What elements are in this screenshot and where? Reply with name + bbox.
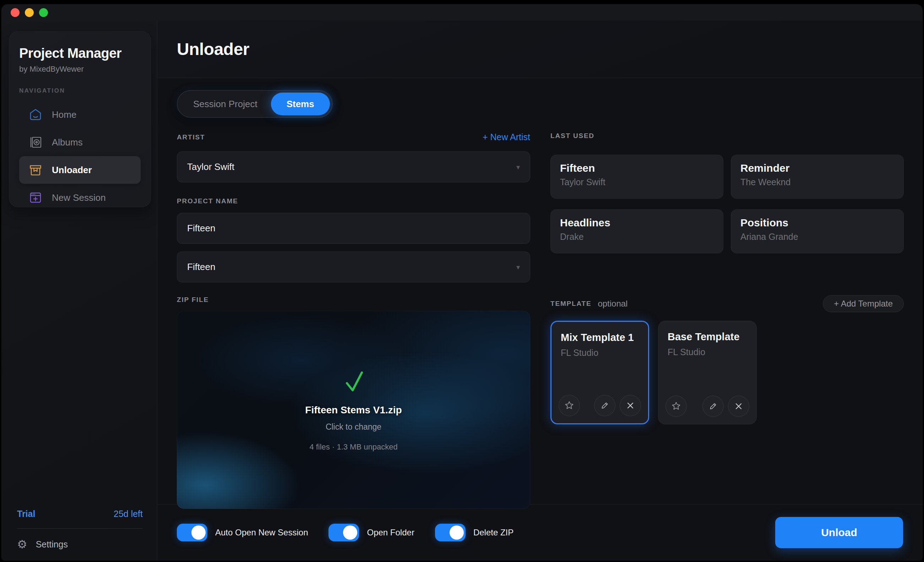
last-used-card[interactable]: Positions Ariana Grande xyxy=(731,209,904,253)
close-icon xyxy=(735,402,742,410)
new-window-icon xyxy=(28,191,43,204)
unload-button[interactable]: Unload xyxy=(775,517,903,548)
right-column: LAST USED Fifteen Taylor Swift Reminder … xyxy=(550,78,904,424)
template-label: TEMPLATE xyxy=(550,300,591,308)
nav-section-label: NAVIGATION xyxy=(19,87,141,94)
trial-status: Trial 25d left xyxy=(17,509,143,519)
sidebar-item-albums[interactable]: Albums xyxy=(19,129,141,156)
artist-value: Taylor Swift xyxy=(187,161,234,172)
nav-list: Home Albums xyxy=(19,101,141,211)
sidebar-item-label: Albums xyxy=(52,137,83,148)
open-folder-toggle[interactable] xyxy=(328,524,359,541)
sidebar: Project Manager by MixedByWewer NAVIGATI… xyxy=(2,21,158,561)
settings-button[interactable]: ⚙ Settings xyxy=(17,539,143,550)
page-title: Unloader xyxy=(177,39,249,59)
template-optional-label: optional xyxy=(598,299,627,309)
last-used-card[interactable]: Fifteen Taylor Swift xyxy=(550,155,723,199)
last-used-title: Headlines xyxy=(560,217,714,229)
sidebar-item-label: Unloader xyxy=(52,164,92,176)
toggle-label: Delete ZIP xyxy=(473,528,513,538)
footer-bar: Auto Open New Session Open Folder Delete… xyxy=(158,504,922,561)
last-used-artist: The Weeknd xyxy=(740,177,894,187)
zip-meta: 4 files · 1.3 MB unpacked xyxy=(309,442,398,451)
last-used-card[interactable]: Headlines Drake xyxy=(550,209,723,253)
close-icon xyxy=(626,402,634,410)
chevron-down-icon: ▾ xyxy=(516,263,520,271)
zip-change-hint: Click to change xyxy=(326,422,381,432)
toggle-label: Open Folder xyxy=(367,528,414,538)
form-column: ARTIST + New Artist Taylor Swift ▾ PROJE… xyxy=(177,78,530,509)
check-icon xyxy=(339,368,368,395)
project-name-label: PROJECT NAME xyxy=(177,197,530,205)
zoom-window-button[interactable] xyxy=(39,8,48,17)
artist-select[interactable]: Taylor Swift ▾ xyxy=(177,151,530,182)
last-used-artist: Taylor Swift xyxy=(560,177,714,187)
toggle-label: Auto Open New Session xyxy=(215,528,308,538)
last-used-card[interactable]: Reminder The Weeknd xyxy=(731,155,904,199)
new-artist-link[interactable]: + New Artist xyxy=(483,132,530,142)
last-used-label: LAST USED xyxy=(550,132,904,140)
project-name-value: Fifteen xyxy=(187,223,216,234)
gear-icon: ⚙ xyxy=(17,539,27,550)
add-template-label: + Add Template xyxy=(834,299,893,309)
template-row: Mix Template 1 FL Studio xyxy=(550,321,904,424)
sidebar-item-new-session[interactable]: New Session xyxy=(19,184,141,211)
template-title: Base Template xyxy=(668,331,747,343)
edit-template-button[interactable] xyxy=(594,395,615,416)
artist-label: ARTIST xyxy=(177,133,205,141)
sidebar-divider xyxy=(17,528,143,529)
template-daw: FL Studio xyxy=(561,348,639,358)
pencil-icon xyxy=(708,401,718,411)
trial-label: Trial xyxy=(17,509,35,519)
edit-template-button[interactable] xyxy=(702,396,724,417)
last-used-title: Reminder xyxy=(740,162,894,174)
star-icon xyxy=(564,400,574,411)
app-title: Project Manager xyxy=(19,46,141,61)
last-used-artist: Ariana Grande xyxy=(740,232,894,242)
template-card-base-template[interactable]: Base Template FL Studio xyxy=(658,321,757,424)
app-subtitle: by MixedByWewer xyxy=(19,64,141,74)
last-used-grid: Fifteen Taylor Swift Reminder The Weeknd… xyxy=(550,155,904,253)
zip-dropzone[interactable]: Fifteen Stems V1.zip Click to change 4 f… xyxy=(177,311,530,509)
last-used-title: Fifteen xyxy=(560,162,714,174)
sidebar-card: Project Manager by MixedByWewer NAVIGATI… xyxy=(9,31,151,207)
project-version-select[interactable]: Fifteen ▾ xyxy=(177,251,530,282)
zip-file-label: ZIP FILE xyxy=(177,296,530,304)
settings-label: Settings xyxy=(36,539,68,550)
project-name-input[interactable]: Fifteen xyxy=(177,213,530,244)
main-panel: Unloader Session Project Stems ARTIST + … xyxy=(158,21,922,561)
sidebar-item-label: New Session xyxy=(52,192,106,203)
zip-filename: Fifteen Stems V1.zip xyxy=(305,405,402,416)
star-icon xyxy=(671,401,681,411)
main-content: Session Project Stems ARTIST + New Artis… xyxy=(158,78,922,504)
last-used-artist: Drake xyxy=(560,232,714,242)
page-header: Unloader xyxy=(158,21,922,78)
template-daw: FL Studio xyxy=(668,347,747,357)
favorite-template-button[interactable] xyxy=(559,395,580,416)
trial-remaining: 25d left xyxy=(114,509,143,519)
favorite-template-button[interactable] xyxy=(666,396,687,417)
delete-template-button[interactable] xyxy=(728,396,749,417)
screen: Project Manager by MixedByWewer NAVIGATI… xyxy=(0,0,924,562)
titlebar xyxy=(2,4,922,21)
delete-zip-toggle[interactable] xyxy=(435,524,465,541)
pencil-icon xyxy=(600,401,610,411)
albums-icon xyxy=(28,136,43,149)
sidebar-item-home[interactable]: Home xyxy=(19,101,141,129)
add-template-button[interactable]: + Add Template xyxy=(823,295,904,312)
template-card-mix-template-1[interactable]: Mix Template 1 FL Studio xyxy=(550,321,649,424)
delete-template-button[interactable] xyxy=(620,395,641,416)
chevron-down-icon: ▾ xyxy=(516,163,520,171)
minimize-window-button[interactable] xyxy=(25,8,34,17)
sidebar-item-unloader[interactable]: Unloader xyxy=(19,156,141,184)
template-title: Mix Template 1 xyxy=(561,332,639,344)
auto-open-new-session-toggle[interactable] xyxy=(177,524,207,541)
project-version-value: Fifteen xyxy=(187,262,216,272)
close-window-button[interactable] xyxy=(10,8,20,17)
last-used-title: Positions xyxy=(740,217,894,229)
sidebar-item-label: Home xyxy=(52,109,76,120)
app-window: Project Manager by MixedByWewer NAVIGATI… xyxy=(2,4,922,561)
package-icon xyxy=(28,163,43,177)
home-icon xyxy=(28,108,43,121)
